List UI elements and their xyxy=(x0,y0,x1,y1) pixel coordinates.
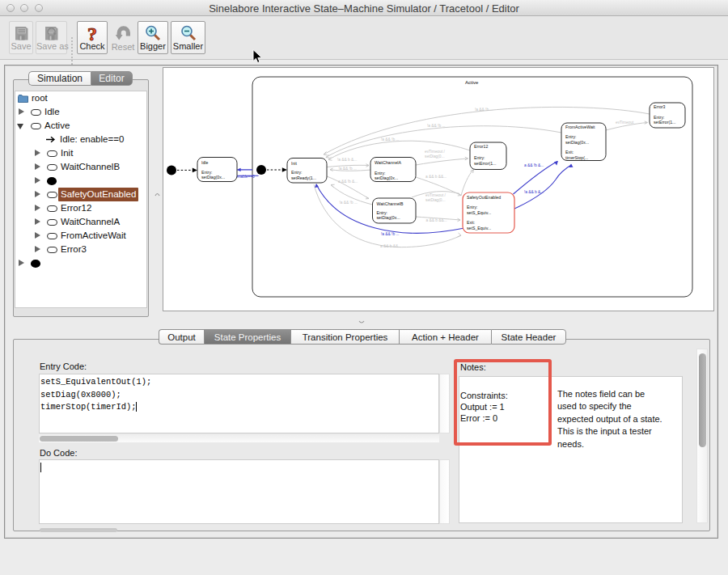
svg-text:!a && !b ...: !a && !b ... xyxy=(475,108,493,112)
svg-text:FromActiveWait: FromActiveWait xyxy=(565,125,595,129)
svg-text:evTimeout /: evTimeout / xyxy=(425,193,447,197)
svg-text:setError(1...: setError(1... xyxy=(654,120,675,125)
svg-text:!a && !b ...: !a && !b ... xyxy=(381,137,399,142)
svg-text:evTimeout /: evTimeout / xyxy=(425,150,446,154)
svg-text:Entry:: Entry: xyxy=(201,170,213,175)
svg-text:Error12: Error12 xyxy=(474,144,488,149)
svg-text:a && b &&...: a && b &&... xyxy=(380,244,401,248)
svg-text:setS_Equiv...: setS_Equiv... xyxy=(467,210,491,215)
svg-text:setReady(1...: setReady(1... xyxy=(291,175,316,180)
svg-text:setDiag(0x...: setDiag(0x... xyxy=(375,175,398,180)
svg-text:Entry:: Entry: xyxy=(654,115,665,120)
svg-text:Entry:: Entry: xyxy=(474,155,485,160)
svg-text:Entry:: Entry: xyxy=(377,210,388,215)
svg-text:WaitChannelB: WaitChannelB xyxy=(377,201,404,206)
svg-text:enable==0: enable==0 xyxy=(236,175,255,179)
svg-text:a && !b &...: a && !b &... xyxy=(338,180,358,184)
svg-text:a && b &&...: a && b &&... xyxy=(425,175,447,179)
svg-text:Active: Active xyxy=(465,80,479,85)
svg-text:a && b &&...: a && b &&... xyxy=(426,218,447,222)
svg-text:setS_Equiv...: setS_Equiv... xyxy=(467,226,491,230)
svg-text:setDiag(0x...: setDiag(0x... xyxy=(565,140,589,145)
svg-text:!a && !b ...: !a && !b ... xyxy=(340,201,358,205)
svg-text:setDiag(0...: setDiag(0... xyxy=(425,198,446,202)
svg-text:timerStop(...: timerStop(... xyxy=(565,155,588,160)
svg-text:Exit:: Exit: xyxy=(467,220,475,225)
svg-text:!a && b &...: !a && b &... xyxy=(524,190,544,194)
svg-text:setDiag(0x...: setDiag(0x... xyxy=(201,175,225,180)
svg-text:Entry:: Entry: xyxy=(467,205,478,209)
svg-text:Entry:: Entry: xyxy=(291,170,303,175)
svg-text:Init: Init xyxy=(291,161,297,166)
svg-text:!a && !b ...: !a && !b ... xyxy=(339,167,357,171)
svg-text:setDiag(0...: setDiag(0... xyxy=(425,154,445,159)
svg-text:!a && b &...: !a && b &... xyxy=(337,158,357,162)
svg-text:SafetyOutEnabled: SafetyOutEnabled xyxy=(467,195,501,200)
svg-text:setError(1...: setError(1... xyxy=(474,161,496,166)
svg-text:setDiag(0x...: setDiag(0x... xyxy=(377,215,400,220)
svg-text:!a && !b ...: !a && !b ... xyxy=(427,124,445,128)
svg-text:Exit:: Exit: xyxy=(565,150,574,154)
svg-text:evTimeout: evTimeout xyxy=(616,120,634,125)
svg-text:WaitChannelA: WaitChannelA xyxy=(375,160,402,165)
svg-text:!a && !b ...: !a && !b ... xyxy=(381,232,399,236)
svg-text:Error3: Error3 xyxy=(654,104,666,109)
svg-text:a && !b &...: a && !b &... xyxy=(524,163,544,167)
svg-text:Entry:: Entry: xyxy=(565,134,577,139)
svg-text:Idle: Idle xyxy=(201,160,208,165)
